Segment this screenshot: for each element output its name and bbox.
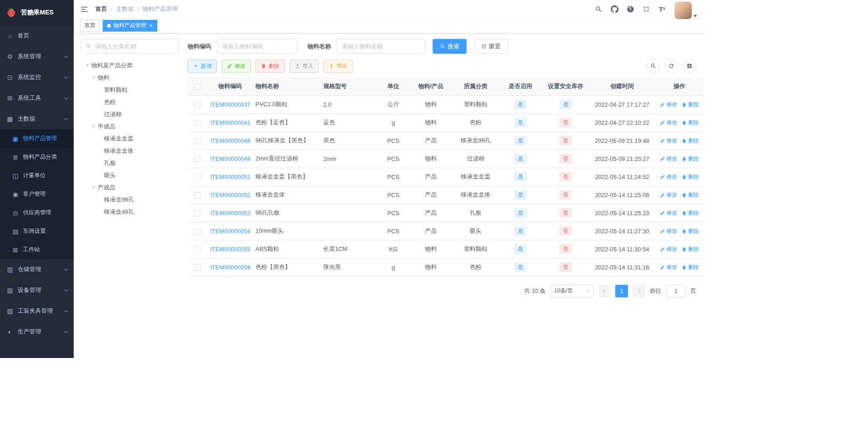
tree-node[interactable]: ▾产成品 — [81, 181, 179, 193]
sidebar-subitem[interactable]: ▣物料产品管理 — [0, 129, 74, 148]
delete-row-button[interactable]: 删除 — [682, 245, 699, 253]
caret-down-icon[interactable]: ▾ — [90, 184, 98, 190]
edit-row-button[interactable]: 修改 — [660, 264, 677, 271]
sidebar-subitem[interactable]: ▤车间设置 — [0, 222, 74, 240]
delete-row-button[interactable]: 删除 — [682, 137, 699, 145]
row-checkbox[interactable] — [194, 264, 201, 271]
delete-row-button[interactable]: 删除 — [682, 227, 699, 235]
row-checkbox[interactable] — [194, 246, 201, 253]
current-page[interactable]: 1 — [615, 285, 628, 297]
user-menu[interactable] — [675, 2, 697, 19]
row-checkbox[interactable] — [194, 174, 201, 180]
code-filter-input[interactable] — [217, 39, 297, 54]
delete-row-button[interactable]: 删除 — [682, 173, 699, 181]
caret-down-icon[interactable]: ▾ — [90, 123, 98, 129]
edit-row-button[interactable]: 修改 — [660, 191, 677, 199]
caret-down-icon[interactable]: ▾ — [84, 62, 91, 68]
export-button[interactable]: 导出 — [323, 60, 353, 73]
delete-button[interactable]: 删除 — [255, 60, 285, 73]
reset-button[interactable]: 重置 — [474, 39, 508, 54]
edit-row-button[interactable]: 修改 — [660, 227, 677, 235]
sidebar-item[interactable]: ▦主数据 — [0, 108, 74, 129]
sidebar-item[interactable]: ⚙系统管理 — [0, 46, 74, 67]
tree-node[interactable]: ▾移液盒96孔 — [81, 193, 179, 206]
tree-node[interactable]: ▾过滤棉 — [81, 108, 179, 120]
breadcrumb-item[interactable]: 首页 — [95, 5, 107, 13]
import-button[interactable]: 导入 — [289, 60, 319, 73]
material-code-link[interactable]: ITEM00000053 — [210, 210, 250, 217]
material-code-link[interactable]: ITEM00000046 — [210, 137, 250, 144]
sidebar-subitem[interactable]: ◉客户管理 — [0, 185, 74, 203]
delete-row-button[interactable]: 删除 — [682, 119, 699, 127]
search-button[interactable]: 搜索 — [433, 39, 467, 54]
next-page-button[interactable] — [632, 285, 645, 297]
sidebar-subitem[interactable]: ⊠工作站 — [0, 240, 74, 259]
sidebar-item[interactable]: ▥仓储管理 — [0, 259, 74, 280]
row-checkbox[interactable] — [194, 102, 201, 108]
refresh-button[interactable] — [665, 59, 678, 73]
add-button[interactable]: 新增 — [188, 60, 217, 73]
tree-node[interactable]: ▾吸头 — [81, 169, 179, 181]
tag-item[interactable]: 物料产品管理× — [103, 20, 157, 32]
row-checkbox[interactable] — [194, 228, 201, 235]
tree-node[interactable]: ▾移液盒盒盖 — [81, 132, 179, 145]
material-code-link[interactable]: ITEM00000052 — [210, 192, 250, 198]
row-checkbox[interactable] — [194, 138, 201, 144]
sidebar-item[interactable]: ▧设备管理 — [0, 280, 74, 301]
sidebar-subitem[interactable]: ≣物料产品分类 — [0, 148, 74, 166]
close-icon[interactable]: × — [149, 23, 153, 28]
category-search-input[interactable] — [81, 39, 179, 54]
prev-page-button[interactable] — [598, 285, 611, 297]
delete-row-button[interactable]: 删除 — [682, 101, 699, 108]
tree-node[interactable]: ▾物料及产品分类 — [81, 59, 179, 71]
name-filter-input[interactable] — [337, 39, 425, 54]
tree-node[interactable]: ▾移液盒盒体 — [81, 145, 179, 157]
sidebar-item[interactable]: ⌂首页 — [0, 25, 74, 46]
row-checkbox[interactable] — [194, 156, 201, 162]
search-icon[interactable] — [594, 5, 603, 14]
material-code-link[interactable]: ITEM00000049 — [210, 155, 250, 162]
sidebar-toggle-icon[interactable] — [80, 5, 89, 14]
sidebar-item[interactable]: ◐生产管理 — [0, 321, 74, 342]
material-code-link[interactable]: ITEM00000037 — [210, 101, 250, 108]
edit-row-button[interactable]: 修改 — [660, 209, 677, 217]
tree-node[interactable]: ▾塑料颗粒 — [81, 84, 179, 96]
toggle-search-button[interactable] — [646, 59, 660, 73]
tree-node[interactable]: ▾物料 — [81, 71, 179, 84]
tree-node[interactable]: ▾色粉 — [81, 96, 179, 108]
material-code-link[interactable]: ITEM00000056 — [210, 264, 250, 271]
github-icon[interactable] — [610, 5, 619, 14]
delete-row-button[interactable]: 删除 — [682, 209, 699, 217]
edit-row-button[interactable]: 修改 — [660, 101, 677, 108]
row-checkbox[interactable] — [194, 210, 201, 217]
sidebar-subitem[interactable]: ◫计量单位 — [0, 166, 74, 185]
delete-row-button[interactable]: 删除 — [682, 191, 699, 199]
sidebar-item[interactable]: ▨工装夹具管理 — [0, 301, 74, 321]
breadcrumb-item[interactable]: 主数据 — [116, 5, 134, 13]
sidebar-subitem[interactable]: ◎供应商管理 — [0, 203, 74, 222]
tree-node[interactable]: ▾半成品 — [81, 120, 179, 132]
edit-row-button[interactable]: 修改 — [660, 245, 677, 253]
material-code-link[interactable]: ITEM00000054 — [210, 228, 250, 235]
page-size-select[interactable]: 10条/页 — [550, 285, 594, 297]
sidebar-item[interactable]: ⊞系统工具 — [0, 88, 74, 108]
tree-node[interactable]: ▾移液盒48孔 — [81, 206, 179, 218]
row-checkbox[interactable] — [194, 120, 201, 126]
edit-row-button[interactable]: 修改 — [660, 119, 677, 127]
goto-page-input[interactable] — [666, 285, 686, 297]
app-logo[interactable]: 苦糖果MES — [0, 0, 74, 25]
delete-row-button[interactable]: 删除 — [682, 264, 699, 271]
columns-button[interactable] — [683, 59, 696, 73]
edit-row-button[interactable]: 修改 — [660, 155, 677, 163]
row-checkbox[interactable] — [194, 192, 201, 198]
material-code-link[interactable]: ITEM00000055 — [210, 246, 250, 253]
font-size-icon[interactable] — [658, 5, 666, 14]
fullscreen-icon[interactable] — [642, 5, 651, 14]
select-all-checkbox[interactable] — [194, 84, 201, 90]
sidebar-item[interactable]: ⊡系统监控 — [0, 67, 74, 88]
edit-button[interactable]: 修改 — [222, 60, 251, 73]
help-icon[interactable] — [626, 5, 635, 14]
material-code-link[interactable]: ITEM00000041 — [210, 119, 250, 126]
edit-row-button[interactable]: 修改 — [660, 137, 677, 145]
edit-row-button[interactable]: 修改 — [660, 173, 677, 181]
